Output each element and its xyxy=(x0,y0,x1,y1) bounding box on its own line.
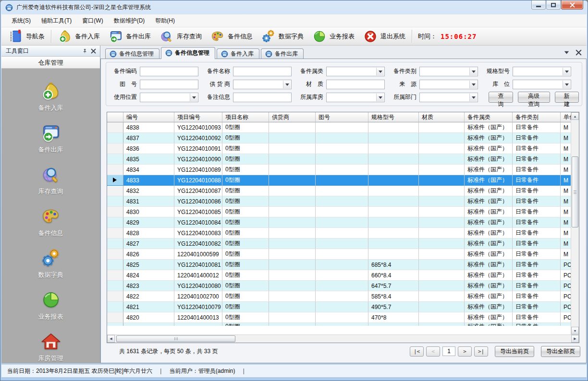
table-cell[interactable]: 4833 xyxy=(123,175,174,186)
table-cell[interactable] xyxy=(368,186,419,196)
sidebar-item-stock-query[interactable]: 库存查询 xyxy=(38,165,63,196)
scroll-right-arrow-icon[interactable]: ▶ xyxy=(571,335,579,343)
table-cell[interactable] xyxy=(419,133,465,143)
table-cell[interactable]: 4821 xyxy=(123,302,174,312)
table-cell[interactable]: 4822 xyxy=(123,291,174,302)
table-cell[interactable] xyxy=(269,228,316,238)
export-current-page-button[interactable]: 导出当前页 xyxy=(495,346,534,357)
table-cell[interactable]: 685*8.4 xyxy=(368,260,419,270)
table-row[interactable]: 4836YG122040100910型圈标准件（国产）日常备件M xyxy=(107,143,571,154)
table-cell[interactable] xyxy=(419,186,465,196)
table-cell[interactable] xyxy=(419,312,465,323)
table-cell[interactable]: 标准件（国产） xyxy=(465,249,513,260)
scroll-up-arrow-icon[interactable]: ▲ xyxy=(571,112,579,120)
column-header-7[interactable]: 材质 xyxy=(419,112,465,122)
row-selector-cell[interactable] xyxy=(107,196,123,207)
table-cell[interactable]: YG12204010090 xyxy=(174,154,222,165)
row-selector-header[interactable] xyxy=(107,112,123,122)
search-select-usage-position[interactable] xyxy=(140,93,198,102)
table-cell[interactable] xyxy=(316,154,368,165)
table-cell[interactable] xyxy=(269,196,316,207)
row-selector-cell[interactable] xyxy=(107,122,123,133)
table-cell[interactable]: YG12204010079 xyxy=(174,302,222,312)
table-cell[interactable]: 4824 xyxy=(123,270,174,281)
table-cell[interactable]: M xyxy=(561,133,571,143)
table-cell[interactable] xyxy=(316,238,368,249)
current-page-input[interactable] xyxy=(442,346,455,356)
table-cell[interactable]: 1220401002700 xyxy=(174,291,222,302)
table-cell[interactable]: 0型圈 xyxy=(222,260,269,270)
menu-item-4[interactable]: 数据维护(D) xyxy=(109,14,150,27)
search-input-drawing-no[interactable] xyxy=(140,80,198,89)
table-cell[interactable] xyxy=(316,249,368,260)
table-cell[interactable]: 647*5.7 xyxy=(368,281,419,291)
table-cell[interactable]: 标准件（国产） xyxy=(465,228,513,238)
table-row[interactable]: 4825YG122040100810型圈685*8.4标准件（国产）日常备件PC xyxy=(107,260,571,270)
table-cell[interactable] xyxy=(419,154,465,165)
table-cell[interactable]: M xyxy=(561,207,571,217)
sidebar-item-parts-out[interactable]: 备件出库 xyxy=(38,123,63,154)
table-row-partial[interactable]: 0型圈标准件（国产）日常备件 xyxy=(107,323,571,326)
table-cell[interactable] xyxy=(368,249,419,260)
table-cell[interactable]: 标准件（国产） xyxy=(465,291,513,302)
minimize-button[interactable] xyxy=(531,0,546,10)
table-row[interactable]: 4838YG122040100930型圈标准件（国产）日常备件M xyxy=(107,122,571,133)
table-cell[interactable] xyxy=(316,196,368,207)
table-cell[interactable] xyxy=(269,175,316,186)
table-row[interactable]: 4831YG122040100860型圈标准件（国产）日常备件M xyxy=(107,196,571,207)
table-cell[interactable]: M xyxy=(561,217,571,228)
tab-close-icon[interactable] xyxy=(576,49,582,56)
table-cell[interactable] xyxy=(316,312,368,323)
table-cell[interactable] xyxy=(269,143,316,154)
table-cell[interactable]: 标准件（国产） xyxy=(465,196,513,207)
table-row[interactable]: 4835YG122040100900型圈标准件（国产）日常备件M xyxy=(107,154,571,165)
table-cell[interactable] xyxy=(419,122,465,133)
table-row[interactable]: 4821YG122040100790型圈490*5.7标准件（国产）日常备件PC xyxy=(107,302,571,312)
column-header-6[interactable]: 规格型号 xyxy=(368,112,419,122)
table-cell[interactable]: 4825 xyxy=(123,260,174,270)
table-cell[interactable]: 0型圈 xyxy=(222,143,269,154)
table-cell[interactable]: 日常备件 xyxy=(513,291,561,302)
table-cell[interactable] xyxy=(269,312,316,323)
row-selector-cell[interactable] xyxy=(107,154,123,165)
search-select-part-type[interactable] xyxy=(419,67,478,76)
search-select-location[interactable] xyxy=(513,80,571,89)
row-selector-cell[interactable] xyxy=(107,228,123,238)
table-cell[interactable] xyxy=(269,249,316,260)
search-select-department[interactable] xyxy=(419,93,478,102)
table-cell[interactable]: 日常备件 xyxy=(513,207,561,217)
row-selector-cell[interactable] xyxy=(107,165,123,175)
table-row[interactable]: 4827YG122040100820型圈标准件（国产）日常备件M xyxy=(107,238,571,249)
table-cell[interactable]: YG12204010088 xyxy=(174,175,222,186)
table-cell[interactable]: 4836 xyxy=(123,143,174,154)
table-cell[interactable]: 日常备件 xyxy=(513,143,561,154)
column-header-1[interactable]: 编号 xyxy=(123,112,174,122)
table-row[interactable]: 482012204014000130型圈470*8标准件（国产）日常备件PC xyxy=(107,312,571,323)
column-header-4[interactable]: 供货商 xyxy=(269,112,316,122)
table-cell[interactable]: M xyxy=(561,228,571,238)
table-cell[interactable]: YG12204010089 xyxy=(174,165,222,175)
table-cell[interactable]: YG12204010080 xyxy=(174,281,222,291)
table-cell[interactable] xyxy=(316,143,368,154)
table-cell[interactable]: 日常备件 xyxy=(513,238,561,249)
table-cell[interactable]: 日常备件 xyxy=(513,154,561,165)
sidebar-item-data-dict[interactable]: 数据字典 xyxy=(38,248,63,279)
table-cell[interactable]: M xyxy=(561,165,571,175)
table-row[interactable]: 482212204010027000型圈585*8.4标准件（国产）日常备件PC xyxy=(107,291,571,302)
table-cell[interactable] xyxy=(368,228,419,238)
toolbar-button-stock-query[interactable]: 库存查询 xyxy=(155,28,206,45)
table-cell[interactable]: PC xyxy=(561,302,571,312)
table-cell[interactable]: 日常备件 xyxy=(513,270,561,281)
table-cell[interactable]: 0型圈 xyxy=(222,122,269,133)
table-row[interactable]: 4834YG122040100890型圈标准件（国产）日常备件M xyxy=(107,165,571,175)
table-row[interactable]: 4828YG122040100830型圈标准件（国产）日常备件M xyxy=(107,228,571,238)
search-select-spec-model[interactable] xyxy=(513,67,571,76)
row-selector-cell[interactable] xyxy=(107,143,123,154)
toolbar-button-report[interactable]: 业务报表 xyxy=(308,28,359,45)
table-cell[interactable] xyxy=(269,154,316,165)
scroll-down-arrow-icon[interactable]: ▼ xyxy=(571,327,579,334)
table-row[interactable]: 482412204014000120型圈660*8.4标准件（国产）日常备件PC xyxy=(107,270,571,281)
table-cell[interactable] xyxy=(368,165,419,175)
table-cell[interactable]: YG12204010083 xyxy=(174,228,222,238)
menu-item-2[interactable]: 辅助工具(T) xyxy=(36,14,77,27)
